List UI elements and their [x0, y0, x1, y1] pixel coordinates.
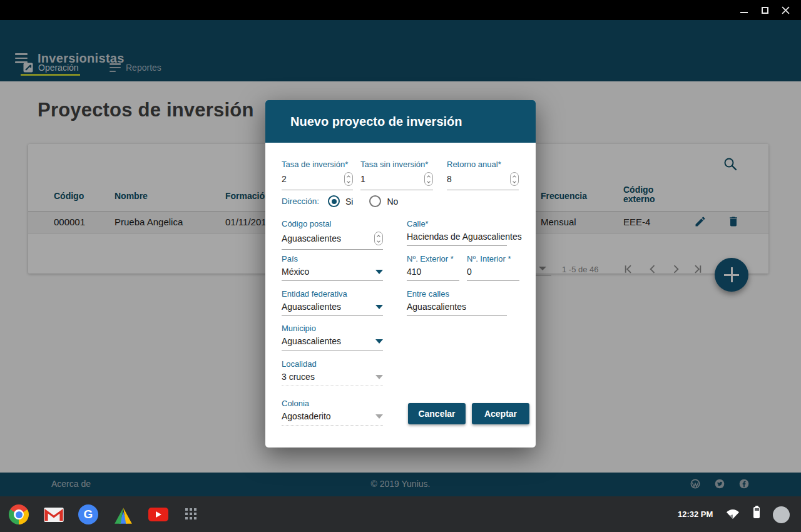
- modal-header: Nuevo proyecto de inversión: [265, 100, 536, 143]
- number-spinner[interactable]: [374, 232, 383, 245]
- field-label: Nº. Interior *: [467, 254, 519, 263]
- dropdown-arrow-icon[interactable]: [375, 305, 383, 309]
- field-value: 3 cruces: [282, 372, 315, 382]
- field-label: Retorno anual*: [447, 160, 519, 169]
- field-label: Localidad: [282, 359, 383, 369]
- youtube-icon[interactable]: [148, 508, 168, 521]
- field-localidad[interactable]: Localidad 3 cruces: [282, 359, 383, 386]
- number-spinner[interactable]: [510, 172, 519, 186]
- field-value: Aguascalientes: [282, 233, 341, 243]
- battery-icon[interactable]: [753, 507, 760, 518]
- field-colonia[interactable]: Colonia Agostaderito: [282, 399, 383, 426]
- field-codigo-postal[interactable]: Código postal Aguascalientes: [282, 219, 383, 250]
- field-value: Agostaderito: [282, 411, 331, 421]
- window-titlebar: [0, 0, 801, 20]
- dropdown-arrow-icon[interactable]: [375, 339, 383, 344]
- field-retorno-anual[interactable]: Retorno anual* 8: [447, 160, 519, 190]
- dropdown-arrow-icon: [375, 414, 383, 419]
- field-value: 0: [467, 267, 472, 277]
- field-entidad-federativa[interactable]: Entidad federativa Aguascalientes: [282, 289, 383, 316]
- number-spinner[interactable]: [344, 172, 353, 186]
- number-spinner[interactable]: [424, 172, 433, 186]
- field-value: Aguascalientes: [407, 302, 466, 312]
- field-label: Entidad federativa: [282, 289, 383, 299]
- field-label: Código postal: [282, 219, 383, 228]
- clock[interactable]: 12:32 PM: [678, 509, 713, 519]
- radio-no[interactable]: [369, 195, 381, 207]
- google-drive-icon[interactable]: [113, 506, 133, 526]
- field-tasa-sin-inversion[interactable]: Tasa sin inversión* 1: [360, 160, 433, 190]
- field-value: México: [282, 267, 309, 277]
- field-municipio[interactable]: Municipio Aguascalientes: [282, 324, 383, 350]
- field-direccion: Dirección: Si No: [282, 195, 398, 207]
- google-icon[interactable]: G: [78, 504, 98, 524]
- field-entre-calles[interactable]: Entre calles Aguascalientes: [407, 289, 507, 316]
- radio-si-label: Si: [345, 197, 353, 207]
- field-value: Aguascalientes: [282, 302, 341, 312]
- minimize-button[interactable]: [734, 0, 754, 20]
- field-value: Aguascalientes: [282, 336, 341, 346]
- field-label: País: [282, 254, 383, 263]
- gmail-icon[interactable]: [44, 508, 64, 522]
- cancel-button[interactable]: Cancelar: [408, 403, 466, 424]
- field-label: Nº. Exterior *: [407, 254, 459, 263]
- field-tasa-inversion[interactable]: Tasa de inversión* 2: [282, 160, 353, 190]
- close-button[interactable]: [775, 0, 795, 20]
- radio-si[interactable]: [328, 195, 340, 207]
- field-value: 8: [447, 174, 452, 184]
- radio-no-label: No: [387, 197, 398, 207]
- field-value: 1: [360, 174, 365, 184]
- close-icon: [782, 6, 790, 14]
- app-launcher-icon[interactable]: [185, 508, 198, 521]
- field-label: Calle*: [407, 219, 507, 228]
- dropdown-arrow-icon[interactable]: [375, 270, 383, 274]
- field-label: Tasa sin inversión*: [360, 160, 433, 169]
- account-avatar[interactable]: [773, 506, 790, 523]
- os-taskbar: G 12:32 PM: [0, 496, 801, 532]
- maximize-button[interactable]: [755, 0, 775, 20]
- field-calle[interactable]: Calle* Haciendas de Aguascalientes: [407, 219, 507, 246]
- direccion-label: Dirección:: [282, 197, 319, 206]
- chrome-icon[interactable]: [9, 504, 29, 524]
- wifi-icon[interactable]: [726, 508, 740, 519]
- field-value: Haciendas de Aguascalientes: [407, 232, 522, 242]
- field-label: Tasa de inversión*: [282, 160, 353, 169]
- dropdown-arrow-icon: [375, 375, 383, 379]
- field-label: Municipio: [282, 324, 383, 333]
- field-num-interior[interactable]: Nº. Interior * 0: [467, 254, 519, 281]
- field-value: 2: [282, 174, 287, 184]
- accept-button[interactable]: Aceptar: [472, 403, 529, 424]
- new-project-modal: Nuevo proyecto de inversión Tasa de inve…: [265, 100, 536, 448]
- field-value: 410: [407, 267, 421, 277]
- modal-title: Nuevo proyecto de inversión: [290, 115, 462, 129]
- field-label: Entre calles: [407, 289, 507, 299]
- field-pais[interactable]: País México: [282, 254, 383, 281]
- field-num-exterior[interactable]: Nº. Exterior * 410: [407, 254, 459, 281]
- field-label: Colonia: [282, 399, 383, 408]
